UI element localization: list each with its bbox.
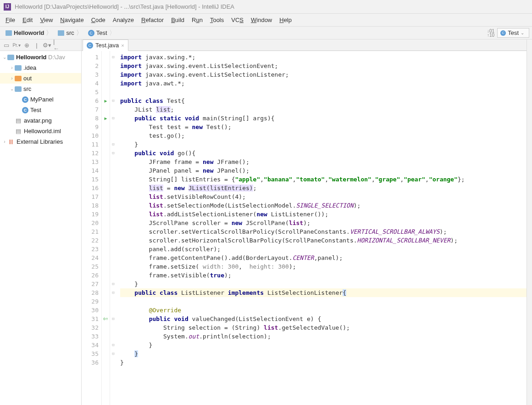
- fold-icon[interactable]: ⊟: [112, 114, 114, 123]
- tree-external-libraries[interactable]: › ||| External Libraries: [0, 136, 81, 147]
- code-line[interactable]: JList list;: [120, 105, 526, 114]
- menu-vcs[interactable]: VCS: [227, 15, 247, 25]
- code-line[interactable]: frame.getContentPane().add(BorderLayout.…: [120, 253, 526, 262]
- code-line[interactable]: public void valueChanged(ListSelectionEv…: [120, 315, 526, 323]
- toolbar-pr-icon[interactable]: Pr.▾: [13, 41, 20, 49]
- code-line[interactable]: frame.setVisible(true);: [120, 271, 526, 280]
- menu-run[interactable]: Run: [188, 15, 206, 25]
- code-line[interactable]: import javax.swing.event.ListSelectionLi…: [120, 70, 526, 79]
- close-icon[interactable]: ×: [121, 43, 124, 48]
- code-line[interactable]: scroller.setHorizontalScrollBarPolicy(Sc…: [120, 236, 526, 245]
- fold-icon[interactable]: ⊟: [112, 149, 114, 158]
- code-line[interactable]: JPanel panel = new JPanel();: [120, 166, 526, 175]
- fold-icon[interactable]: ⊟: [112, 341, 114, 349]
- expand-arrow-icon[interactable]: ›: [9, 76, 15, 81]
- breadcrumb-project[interactable]: Helloworld: [3, 28, 55, 38]
- run-gutter-icon[interactable]: ▶: [104, 114, 107, 123]
- breadcrumb-class[interactable]: C Test: [85, 28, 118, 38]
- project-tree[interactable]: ⌄ Helloworld D:\Jav ›.idea›out⌄srcCMyPan…: [0, 51, 81, 405]
- code-line[interactable]: public class Test{: [120, 96, 526, 105]
- code-line[interactable]: [120, 88, 526, 96]
- expand-arrow-icon[interactable]: ⌄: [9, 86, 15, 91]
- menu-build[interactable]: Build: [167, 15, 188, 25]
- class-icon: C: [88, 30, 94, 36]
- code-line[interactable]: import javax.swing.event.ListSelectionEv…: [120, 62, 526, 70]
- fold-icon[interactable]: ⊟: [112, 280, 114, 288]
- code-line[interactable]: }: [120, 349, 526, 358]
- code-line[interactable]: }: [120, 140, 526, 149]
- class-icon: C: [22, 107, 28, 113]
- tree-item[interactable]: ⌄src: [0, 84, 81, 94]
- toolbar-gear-icon[interactable]: ⚙▾: [43, 41, 50, 49]
- code-line[interactable]: JScrollPane scroller = new JScrollPane(l…: [120, 219, 526, 227]
- chevron-down-icon: ⌄: [521, 30, 524, 35]
- fold-icon[interactable]: ⊟: [112, 349, 114, 358]
- expand-arrow-icon[interactable]: ›: [9, 65, 15, 70]
- code-line[interactable]: }: [120, 358, 526, 367]
- menu-edit[interactable]: Edit: [19, 15, 36, 25]
- fold-icon[interactable]: ⊟: [112, 288, 114, 297]
- menu-refactor[interactable]: Refactor: [138, 15, 167, 25]
- run-configuration-dropdown[interactable]: C Test ⌄: [497, 28, 529, 38]
- tree-item[interactable]: CTest: [0, 105, 81, 115]
- code-line[interactable]: frame.setSize( width: 300, height: 300);: [120, 262, 526, 271]
- code-line[interactable]: list = new JList(listEntries);: [120, 184, 526, 192]
- menu-view[interactable]: View: [36, 15, 56, 25]
- code-line[interactable]: }: [120, 341, 526, 349]
- code-line[interactable]: scroller.setVerticalScrollBarPolicy(Scro…: [120, 227, 526, 236]
- toolbar-target-icon[interactable]: ⊕: [23, 41, 30, 49]
- code-line[interactable]: String selection = (String) list.getSele…: [120, 323, 526, 332]
- code-line[interactable]: public void go(){: [120, 149, 526, 158]
- menu-help[interactable]: Help: [276, 15, 295, 25]
- code-line[interactable]: panel.add(scroller);: [120, 245, 526, 253]
- code-line[interactable]: Test test = new Test();: [120, 123, 526, 131]
- menu-analyze[interactable]: Analyze: [109, 15, 138, 25]
- fold-icon[interactable]: ⊟: [112, 140, 114, 149]
- menu-tools[interactable]: Tools: [206, 15, 227, 25]
- code-line[interactable]: JFrame frame = new JFrame();: [120, 158, 526, 166]
- tree-item[interactable]: ▤Helloworld.iml: [0, 126, 81, 136]
- editor-tab-test[interactable]: C Test.java ×: [83, 39, 128, 51]
- tree-item[interactable]: ›out: [0, 73, 81, 84]
- tree-item[interactable]: CMyPanel: [0, 94, 81, 105]
- folder-icon: [58, 30, 64, 36]
- code-line[interactable]: import java.awt.*;: [120, 79, 526, 88]
- code-line[interactable]: import javax.swing.*;: [120, 53, 526, 62]
- tree-item[interactable]: ▤avatar.png: [0, 115, 81, 126]
- fold-icon[interactable]: ⊟: [112, 315, 114, 323]
- menu-code[interactable]: Code: [88, 15, 109, 25]
- tree-item[interactable]: ›.idea: [0, 62, 81, 73]
- code-line[interactable]: System.out.println(selection);: [120, 332, 526, 341]
- code-body[interactable]: import javax.swing.*;import javax.swing.…: [116, 51, 526, 405]
- code-line[interactable]: list.addListSelectionListener(new ListLi…: [120, 210, 526, 219]
- menu-navigate[interactable]: Navigate: [56, 15, 87, 25]
- code-line[interactable]: list.setSelectionMode(ListSelectionModel…: [120, 201, 526, 210]
- code-line[interactable]: public static void main(String[] args){: [120, 114, 526, 123]
- folder-icon: [15, 76, 22, 81]
- run-gutter-icon[interactable]: ▶: [104, 96, 107, 105]
- code-line[interactable]: String[] listEntries = {"apple","banana"…: [120, 175, 526, 184]
- folder-icon: [15, 65, 22, 71]
- code-line[interactable]: public class ListListener implements Lis…: [120, 288, 526, 297]
- toolbar-project-icon[interactable]: ▭: [3, 41, 10, 49]
- code-line[interactable]: }: [120, 280, 526, 288]
- fold-icon[interactable]: ⊟: [112, 96, 114, 105]
- code-line[interactable]: [120, 297, 526, 306]
- code-editor[interactable]: 1234567891011121314151617181920212223242…: [82, 51, 526, 405]
- tree-root[interactable]: ⌄ Helloworld D:\Jav: [0, 52, 81, 62]
- toolbar-collapse-icon[interactable]: |←: [53, 41, 61, 49]
- code-line[interactable]: @Override: [120, 306, 526, 315]
- fold-icon[interactable]: ⊟: [112, 53, 114, 62]
- expand-arrow-icon[interactable]: ›: [2, 139, 7, 144]
- override-gutter-icon[interactable]: o↑: [103, 315, 108, 323]
- breadcrumb-src[interactable]: src: [55, 28, 85, 38]
- scroll-to-source-icon[interactable]: ↓01↑10: [487, 29, 494, 37]
- code-line[interactable]: test.go();: [120, 131, 526, 140]
- expand-arrow-icon[interactable]: ⌄: [2, 55, 7, 60]
- tree-item-label: Test: [30, 107, 41, 113]
- code-line[interactable]: list.setVisibleRowCount(4);: [120, 192, 526, 201]
- menu-window[interactable]: Window: [247, 15, 276, 25]
- editor-right-scrollbar[interactable]: [526, 39, 532, 405]
- menu-file[interactable]: File: [2, 15, 19, 25]
- tree-item-label: MyPanel: [30, 96, 54, 103]
